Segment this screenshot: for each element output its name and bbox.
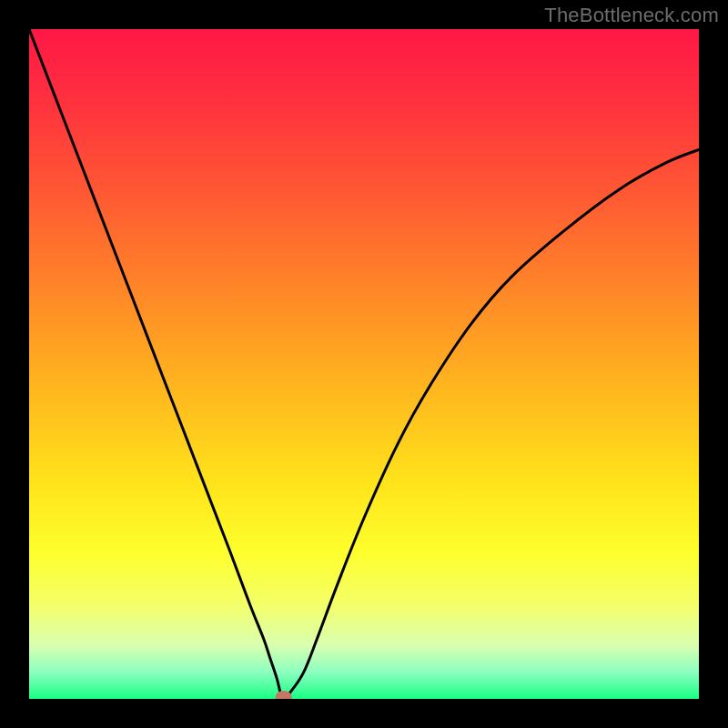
watermark-label: TheBottleneck.com	[544, 4, 719, 27]
gradient-background	[29, 29, 699, 699]
chart-frame: TheBottleneck.com	[0, 0, 728, 728]
bottleneck-chart	[29, 29, 699, 699]
